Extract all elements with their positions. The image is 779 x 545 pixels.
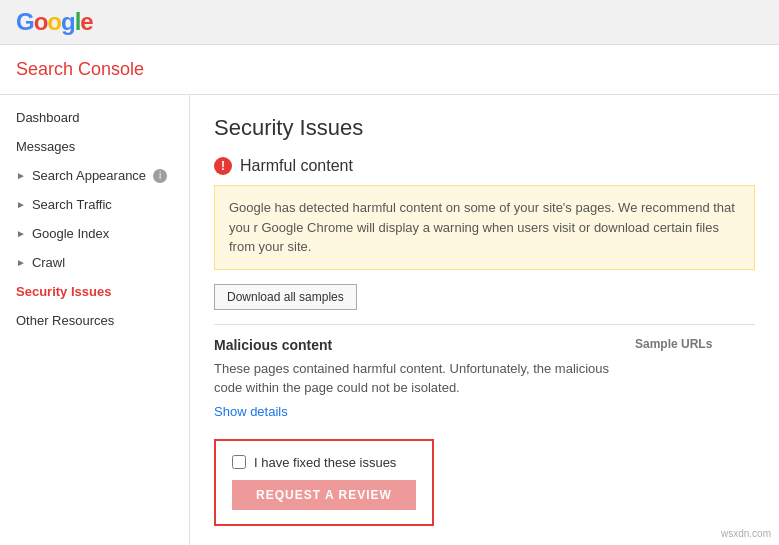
sidebar-item-label: Dashboard xyxy=(16,110,80,125)
show-details-link[interactable]: Show details xyxy=(214,404,288,419)
logo-o2: o xyxy=(47,8,61,35)
google-logo: Google xyxy=(16,8,93,36)
issue-header: ! Harmful content xyxy=(214,157,755,175)
fix-checkbox-row: I have fixed these issues xyxy=(232,455,416,470)
logo-e: e xyxy=(80,8,92,35)
malicious-left: Malicious content These pages contained … xyxy=(214,337,615,419)
sidebar-item-label: Crawl xyxy=(32,255,65,270)
sidebar-item-label: Messages xyxy=(16,139,75,154)
sidebar-item-label: Search Appearance xyxy=(32,168,146,183)
logo-g: G xyxy=(16,8,34,35)
malicious-desc: These pages contained harmful content. U… xyxy=(214,359,615,398)
content-area: Security Issues ! Harmful content Google… xyxy=(190,95,779,545)
fixed-label: I have fixed these issues xyxy=(254,455,396,470)
main-layout: Dashboard Messages ► Search Appearance i… xyxy=(0,95,779,545)
google-bar: Google xyxy=(0,0,779,45)
sidebar-item-label: Security Issues xyxy=(16,284,111,299)
warning-icon: ! xyxy=(214,157,232,175)
download-samples-button[interactable]: Download all samples xyxy=(214,284,357,310)
sidebar-item-label: Other Resources xyxy=(16,313,114,328)
info-icon: i xyxy=(153,169,167,183)
sidebar-item-label: Search Traffic xyxy=(32,197,112,212)
sidebar-item-other-resources[interactable]: Other Resources xyxy=(0,306,189,335)
arrow-icon: ► xyxy=(16,257,26,268)
malicious-section: Malicious content These pages contained … xyxy=(214,324,755,419)
malicious-right: Sample URLs xyxy=(635,337,755,419)
sidebar-item-search-traffic[interactable]: ► Search Traffic xyxy=(0,190,189,219)
logo-g2: g xyxy=(61,8,75,35)
sample-urls-label: Sample URLs xyxy=(635,337,712,351)
sc-header: Search Console xyxy=(0,45,779,95)
sidebar-item-crawl[interactable]: ► Crawl xyxy=(0,248,189,277)
warning-box: Google has detected harmful content on s… xyxy=(214,185,755,270)
fixed-checkbox[interactable] xyxy=(232,455,246,469)
issue-heading: Harmful content xyxy=(240,157,353,175)
arrow-icon: ► xyxy=(16,199,26,210)
sidebar-item-dashboard[interactable]: Dashboard xyxy=(0,103,189,132)
sidebar-item-label: Google Index xyxy=(32,226,109,241)
logo-o1: o xyxy=(34,8,48,35)
arrow-icon: ► xyxy=(16,228,26,239)
watermark: wsxdn.com xyxy=(721,528,771,539)
sidebar-item-security-issues[interactable]: Security Issues xyxy=(0,277,189,306)
request-review-button[interactable]: REQUEST A REVIEW xyxy=(232,480,416,510)
sidebar-item-google-index[interactable]: ► Google Index xyxy=(0,219,189,248)
warning-text: Google has detected harmful content on s… xyxy=(229,200,735,254)
sidebar-item-messages[interactable]: Messages xyxy=(0,132,189,161)
page-title: Security Issues xyxy=(214,115,755,141)
sc-header-title: Search Console xyxy=(16,59,144,80)
sidebar-item-search-appearance[interactable]: ► Search Appearance i xyxy=(0,161,189,190)
malicious-heading: Malicious content xyxy=(214,337,615,353)
sidebar: Dashboard Messages ► Search Appearance i… xyxy=(0,95,190,545)
arrow-icon: ► xyxy=(16,170,26,181)
fix-section: I have fixed these issues REQUEST A REVI… xyxy=(214,439,434,526)
